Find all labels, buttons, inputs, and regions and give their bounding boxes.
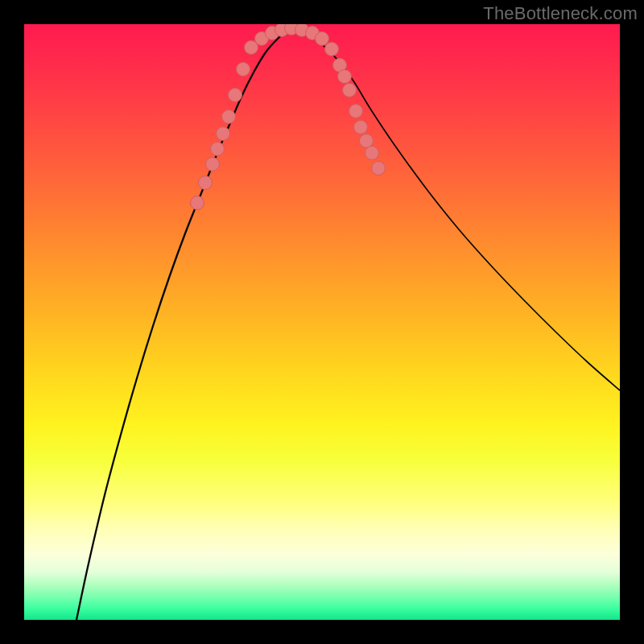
data-dot bbox=[360, 134, 374, 148]
data-dot bbox=[343, 84, 357, 97]
data-dot bbox=[349, 105, 363, 118]
data-dot bbox=[338, 70, 352, 84]
data-dot bbox=[372, 162, 386, 175]
data-dot bbox=[237, 63, 250, 76]
data-dot bbox=[325, 43, 339, 56]
plot-area bbox=[24, 24, 620, 620]
chart-frame: TheBottleneck.com bbox=[0, 0, 644, 644]
data-dot bbox=[316, 32, 329, 46]
data-dot bbox=[191, 196, 204, 210]
data-dot bbox=[217, 127, 230, 141]
data-dot bbox=[211, 142, 225, 156]
data-dot bbox=[206, 158, 220, 171]
data-dot bbox=[229, 89, 242, 102]
left-curve bbox=[76, 28, 290, 620]
data-dots bbox=[191, 24, 386, 210]
data-dot bbox=[365, 147, 379, 160]
right-curve bbox=[290, 28, 620, 390]
data-dot bbox=[354, 121, 368, 134]
watermark-text: TheBottleneck.com bbox=[483, 3, 638, 24]
data-dot bbox=[222, 110, 236, 124]
data-dot bbox=[199, 176, 213, 190]
chart-svg bbox=[24, 24, 620, 620]
